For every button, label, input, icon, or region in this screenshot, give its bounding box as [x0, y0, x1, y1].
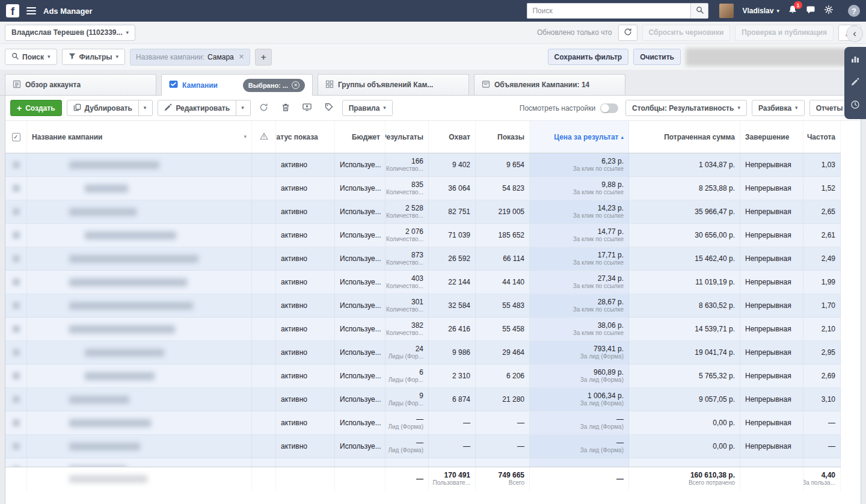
row-checkbox[interactable]: [5, 435, 27, 458]
user-menu[interactable]: Vladislav▾: [742, 7, 779, 15]
column-header-results[interactable]: Результаты: [385, 121, 429, 153]
row-checkbox[interactable]: [5, 200, 27, 223]
column-header-amount-spent[interactable]: Потраченная сумма: [629, 121, 740, 153]
collapse-panel-button[interactable]: ‹: [846, 25, 863, 42]
revert-icon: [259, 103, 268, 114]
row-checkbox[interactable]: [5, 411, 27, 434]
campaign-row[interactable]: активноИспользуе...—Лид (Форма)———За лид…: [5, 411, 841, 435]
add-filter-button[interactable]: +: [255, 49, 272, 66]
select-all-checkbox[interactable]: ✓: [5, 121, 27, 153]
history-button[interactable]: [849, 100, 861, 112]
support-inbox-button[interactable]: [806, 5, 815, 17]
cell-reach: 9 986: [429, 341, 476, 364]
tab-account-overview[interactable]: Обзор аккаунта: [5, 74, 156, 95]
campaign-row[interactable]: активноИспользуе...301Количество...32 58…: [5, 294, 841, 318]
column-header-reach[interactable]: Охват: [429, 121, 476, 153]
filters-button[interactable]: Фильтры▾: [62, 49, 126, 65]
selected-count-badge[interactable]: Выбрано: ... ✕: [243, 79, 305, 92]
column-header-delivery-status[interactable]: Статус показа: [276, 121, 335, 153]
column-header-campaign-name[interactable]: Название кампании▾: [27, 121, 252, 153]
notifications-button[interactable]: 1: [788, 5, 797, 17]
account-selector[interactable]: Владислав Терешев (1102339...▾: [5, 25, 135, 41]
cell-results: 873Количество...: [385, 247, 429, 270]
summary-impressions: 749 665Всего: [476, 467, 530, 491]
settings-button[interactable]: [824, 5, 834, 17]
filter-chip-campaign-name[interactable]: Название кампании: Самара ✕: [130, 49, 250, 66]
campaign-row[interactable]: активноИспользуе...2 076Количество...71 …: [5, 224, 841, 247]
row-checkbox[interactable]: [5, 318, 27, 340]
campaign-row[interactable]: активноИспользуе...166Количество...9 402…: [5, 153, 841, 177]
column-header-impressions[interactable]: Показы: [476, 121, 530, 153]
tab-campaigns[interactable]: Кампании Выбрано: ... ✕: [161, 74, 313, 96]
search-input[interactable]: [527, 3, 690, 19]
cell-results: 2 528Количество...: [385, 200, 429, 223]
tab-ads[interactable]: Объявления Кампании: 14: [474, 74, 625, 95]
summary-results: —: [385, 467, 429, 491]
cell-reach: —: [429, 435, 476, 458]
tag-button[interactable]: [321, 100, 337, 116]
breakdown-button[interactable]: Разбивка▾: [752, 100, 805, 116]
duplicate-button[interactable]: Дублировать▾: [67, 100, 153, 116]
revert-button[interactable]: [256, 100, 272, 116]
save-filter-button[interactable]: Сохранить фильтр: [548, 49, 629, 65]
cell-delivery-status: активно: [276, 224, 335, 247]
column-header-ends[interactable]: Завершение: [740, 121, 803, 153]
edit-button[interactable]: Редактировать▾: [158, 100, 250, 116]
tabs-row: Обзор аккаунта Кампании Выбрано: ... ✕ Г…: [0, 70, 866, 96]
campaign-row[interactable]: активноИспользуе...873Количество...26 59…: [5, 247, 841, 271]
row-checkbox[interactable]: [5, 294, 27, 317]
cell-impressions: 29 464: [476, 341, 530, 364]
column-header-cost-per-result[interactable]: Цена за результат▴: [530, 121, 629, 153]
help-button[interactable]: ?: [848, 5, 860, 17]
view-settings-label: Посмотреть настройки: [520, 104, 595, 112]
row-checkbox[interactable]: [5, 153, 27, 176]
date-range-selector-blurred[interactable]: [686, 48, 861, 66]
campaign-row[interactable]: активноИспользуе...382Количество...26 41…: [5, 318, 841, 341]
campaign-row[interactable]: активноИспользуе...24Лиды (Фор...9 98629…: [5, 341, 841, 364]
search-filter-button[interactable]: Поиск▾: [5, 49, 57, 65]
row-checkbox[interactable]: [5, 177, 27, 200]
row-checkbox[interactable]: [5, 247, 27, 270]
column-header-frequency[interactable]: Частота: [803, 121, 841, 153]
create-button[interactable]: +Создать: [10, 100, 62, 116]
row-checkbox[interactable]: [5, 458, 27, 467]
column-header-errors[interactable]: [252, 121, 276, 153]
row-checkbox[interactable]: [5, 271, 27, 293]
clear-selection-icon[interactable]: ✕: [292, 81, 299, 89]
preview-button[interactable]: [299, 100, 316, 116]
review-publish-button[interactable]: Проверка и публикация: [735, 25, 834, 41]
campaign-row[interactable]: активноИспользуе...—Лид (Форма)———За лид…: [5, 435, 841, 458]
cell-cost-per-result: 14,77 р.За клик по ссылке: [530, 224, 629, 247]
tab-ad-sets[interactable]: Группы объявлений Кам...: [318, 74, 469, 95]
campaign-name-blurred: [27, 294, 252, 317]
campaign-row[interactable]: активноИспользуе...6Лиды (Фор...2 3106 2…: [5, 364, 841, 388]
row-checkbox[interactable]: [5, 224, 27, 247]
campaign-row[interactable]: активноИспользуе...2 528Количество...82 …: [5, 200, 841, 224]
discard-drafts-button[interactable]: Сбросить черновики: [642, 25, 731, 41]
campaign-row[interactable]: активноИспользуе...9Лиды (Фор...6 87421 …: [5, 388, 841, 411]
row-checkbox[interactable]: [5, 364, 27, 387]
delete-button[interactable]: [277, 100, 294, 116]
pencil-icon: [164, 103, 172, 113]
clear-filter-button[interactable]: Очистить: [633, 49, 681, 65]
rules-button[interactable]: Правила▾: [342, 100, 393, 116]
cell-amount-spent: 19 041,74 р.: [629, 341, 740, 364]
campaign-row[interactable]: активноИспользуе...1 3549 38630 2861 183…: [5, 458, 841, 467]
view-settings-toggle[interactable]: [600, 103, 618, 113]
columns-button[interactable]: Столбцы: Результативность▾: [625, 100, 747, 116]
row-checkbox[interactable]: [5, 388, 27, 411]
edit-panel-button[interactable]: [849, 77, 861, 89]
remove-filter-icon[interactable]: ✕: [239, 53, 244, 61]
facebook-logo[interactable]: f: [6, 4, 19, 17]
charts-button[interactable]: [849, 54, 861, 66]
campaign-row[interactable]: активноИспользуе...403Количество...22 14…: [5, 271, 841, 294]
row-checkbox[interactable]: [5, 341, 27, 364]
menu-icon[interactable]: [26, 7, 36, 14]
cell-impressions: 21 280: [476, 388, 530, 411]
campaign-row[interactable]: активноИспользуе...835Количество...36 06…: [5, 177, 841, 200]
avatar[interactable]: [719, 4, 734, 18]
column-header-budget[interactable]: Бюджет: [335, 121, 385, 153]
refresh-button[interactable]: [618, 25, 637, 41]
side-panel-rail: ‹: [844, 25, 866, 119]
search-button[interactable]: [690, 3, 708, 19]
